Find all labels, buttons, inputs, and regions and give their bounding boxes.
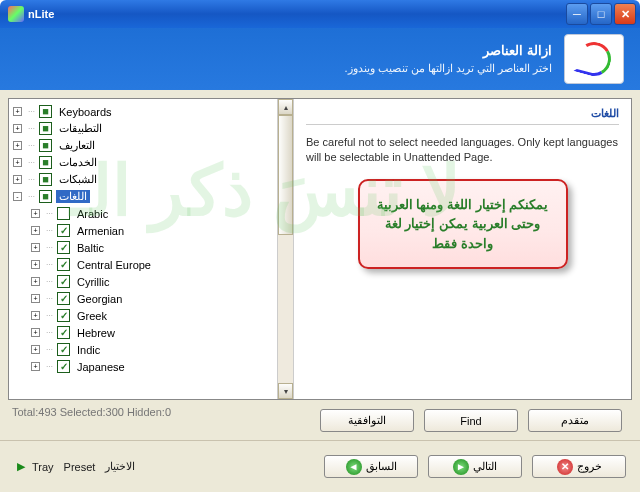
detail-description: Be careful not to select needed language… [306,135,619,165]
tree-label: Baltic [74,242,107,254]
tree-item[interactable]: +⋯■التطبيقات [11,120,275,137]
main-panel: +⋯■Keyboards+⋯■التطبيقات+⋯■التعاريف+⋯■ال… [8,98,632,400]
tree-label: Cyrillic [74,276,112,288]
tree-dots-icon: ⋯ [25,159,39,167]
expand-toggle[interactable]: + [31,294,40,303]
tree-dots-icon: ⋯ [25,108,39,116]
tree-dots-icon: ⋯ [43,346,57,354]
tree-dots-icon: ⋯ [25,142,39,150]
footer: ▶Tray Preset الاختيار ◄السابق ►التالي ✕خ… [0,440,640,492]
expand-toggle[interactable]: + [31,328,40,337]
scroll-thumb[interactable] [278,115,293,235]
checkbox-empty[interactable] [57,207,70,220]
checkbox-partial[interactable]: ■ [39,173,52,186]
app-icon [8,6,24,22]
tree-item[interactable]: +⋯✓Central Europe [11,256,275,273]
expand-toggle[interactable]: + [31,345,40,354]
tree-item[interactable]: +⋯✓Greek [11,307,275,324]
checkbox-partial[interactable]: ■ [39,156,52,169]
tree-item[interactable]: +⋯✓Georgian [11,290,275,307]
maximize-button[interactable]: □ [590,3,612,25]
next-arrow-icon: ► [453,459,469,475]
detail-pane: اللغات Be careful not to select needed l… [294,99,631,399]
checkbox-checked[interactable]: ✓ [57,258,70,271]
window-title: nLite [28,8,564,20]
tree-dots-icon: ⋯ [43,210,57,218]
compatibility-button[interactable]: التوافقية [320,409,414,432]
tree-label: Central Europe [74,259,154,271]
tree-label: Georgian [74,293,125,305]
expand-toggle[interactable]: + [13,141,22,150]
checkbox-checked[interactable]: ✓ [57,224,70,237]
component-tree[interactable]: +⋯■Keyboards+⋯■التطبيقات+⋯■التعاريف+⋯■ال… [9,99,277,399]
tree-item[interactable]: +⋯✓Armenian [11,222,275,239]
content: +⋯■Keyboards+⋯■التطبيقات+⋯■التعاريف+⋯■ال… [0,90,640,440]
checkbox-checked[interactable]: ✓ [57,360,70,373]
tree-item[interactable]: +⋯✓Japanese [11,358,275,375]
expand-toggle[interactable]: + [31,209,40,218]
tree-item[interactable]: -⋯■اللغات [11,188,275,205]
checkbox-partial[interactable]: ■ [39,105,52,118]
tree-label: Greek [74,310,110,322]
tree-label: Armenian [74,225,127,237]
checkbox-checked[interactable]: ✓ [57,275,70,288]
expand-toggle[interactable]: + [13,124,22,133]
exit-button[interactable]: ✕خروج [532,455,626,478]
checkbox-partial[interactable]: ■ [39,122,52,135]
checkbox-checked[interactable]: ✓ [57,326,70,339]
checkbox-checked[interactable]: ✓ [57,343,70,356]
expand-toggle[interactable]: - [13,192,22,201]
tree-label: Keyboards [56,106,115,118]
back-arrow-icon: ◄ [346,459,362,475]
tree-dots-icon: ⋯ [43,363,57,371]
scroll-up-button[interactable]: ▴ [278,99,293,115]
expand-toggle[interactable]: + [31,260,40,269]
header: ازالة العناصر .اختر العناصر التي تريد از… [0,28,640,90]
tree-item[interactable]: +⋯✓Indic [11,341,275,358]
tree-dots-icon: ⋯ [43,227,57,235]
options-link[interactable]: الاختيار [105,460,135,473]
checkbox-checked[interactable]: ✓ [57,292,70,305]
find-button[interactable]: Find [424,409,518,432]
tree-item[interactable]: +⋯■Keyboards [11,103,275,120]
tray-button[interactable]: ▶Tray [14,460,54,474]
expand-toggle[interactable]: + [31,243,40,252]
header-subtitle: .اختر العناصر التي تريد ازالتها من تنصيب… [16,62,552,75]
expand-toggle[interactable]: + [31,311,40,320]
titlebar: nLite ─ □ ✕ [0,0,640,28]
tree-item[interactable]: +⋯✓Cyrillic [11,273,275,290]
tree-label: Arabic [74,208,111,220]
expand-toggle[interactable]: + [13,175,22,184]
tree-item[interactable]: +⋯✓Baltic [11,239,275,256]
expand-toggle[interactable]: + [31,226,40,235]
callout-note: يمكنكم إختيار اللغة ومنها العربية وحتى ا… [358,179,568,270]
tree-dots-icon: ⋯ [25,125,39,133]
checkbox-partial[interactable]: ■ [39,190,52,203]
tree-item[interactable]: +⋯Arabic [11,205,275,222]
tree-label: Japanese [74,361,128,373]
close-button[interactable]: ✕ [614,3,636,25]
tree-dots-icon: ⋯ [25,193,39,201]
scroll-down-button[interactable]: ▾ [278,383,293,399]
tree-label: الخدمات [56,156,100,169]
minimize-button[interactable]: ─ [566,3,588,25]
preset-link[interactable]: Preset [64,461,96,473]
expand-toggle[interactable]: + [13,107,22,116]
tree-dots-icon: ⋯ [43,278,57,286]
checkbox-checked[interactable]: ✓ [57,241,70,254]
tree-label: اللغات [56,190,90,203]
next-button[interactable]: ►التالي [428,455,522,478]
expand-toggle[interactable]: + [31,362,40,371]
tree-dots-icon: ⋯ [25,176,39,184]
scrollbar[interactable]: ▴ ▾ [277,99,293,399]
tree-item[interactable]: +⋯✓Hebrew [11,324,275,341]
back-button[interactable]: ◄السابق [324,455,418,478]
tree-item[interactable]: +⋯■الخدمات [11,154,275,171]
expand-toggle[interactable]: + [13,158,22,167]
expand-toggle[interactable]: + [31,277,40,286]
checkbox-checked[interactable]: ✓ [57,309,70,322]
checkbox-partial[interactable]: ■ [39,139,52,152]
tree-item[interactable]: +⋯■التعاريف [11,137,275,154]
advanced-button[interactable]: متقدم [528,409,622,432]
tree-item[interactable]: +⋯■الشبكات [11,171,275,188]
